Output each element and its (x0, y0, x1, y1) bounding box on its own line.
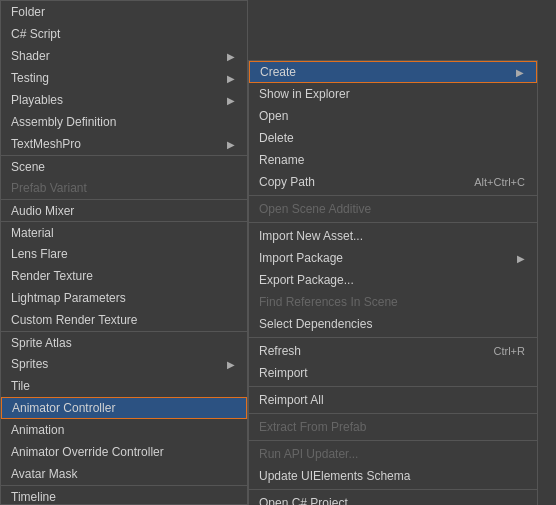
left-menu-item-lens-flare[interactable]: Lens Flare (1, 243, 247, 265)
menu-item-label: Custom Render Texture (11, 313, 138, 327)
left-menu-item-audio-mixer[interactable]: Audio Mixer (1, 199, 247, 221)
right-menu-item-run-api-updater: Run API Updater... (249, 443, 537, 465)
menu-item-label: Tile (11, 379, 30, 393)
right-menu-item-delete[interactable]: Delete (249, 127, 537, 149)
right-menu-item-import-new-asset[interactable]: Import New Asset... (249, 225, 537, 247)
left-menu-item-csharp-script[interactable]: C# Script (1, 23, 247, 45)
menu-item-label: Import Package (259, 251, 343, 265)
right-menu-item-rename[interactable]: Rename (249, 149, 537, 171)
left-menu-item-sprites[interactable]: Sprites▶ (1, 353, 247, 375)
left-menu-item-sprite-atlas[interactable]: Sprite Atlas (1, 331, 247, 353)
menu-item-label: Run API Updater... (259, 447, 358, 461)
left-menu-item-tile[interactable]: Tile (1, 375, 247, 397)
left-menu-item-material[interactable]: Material (1, 221, 247, 243)
right-menu-item-copy-path[interactable]: Copy PathAlt+Ctrl+C (249, 171, 537, 193)
submenu-arrow-icon: ▶ (227, 73, 235, 84)
menu-item-label: Timeline (11, 490, 56, 504)
left-menu-item-testing[interactable]: Testing▶ (1, 67, 247, 89)
menu-item-label: TextMeshPro (11, 137, 81, 151)
right-menu-item-create[interactable]: Create▶ (249, 61, 537, 83)
left-menu-item-render-texture[interactable]: Render Texture (1, 265, 247, 287)
menu-item-label: Update UIElements Schema (259, 469, 410, 483)
right-menu-item-update-uielements[interactable]: Update UIElements Schema (249, 465, 537, 487)
menu-item-label: Reimport (259, 366, 308, 380)
menu-item-label: Sprites (11, 357, 48, 371)
right-menu-item-reimport[interactable]: Reimport (249, 362, 537, 384)
menu-item-label: Playables (11, 93, 63, 107)
left-menu-item-animator-controller[interactable]: Animator Controller (1, 397, 247, 419)
left-menu-item-playables[interactable]: Playables▶ (1, 89, 247, 111)
left-menu-item-scene[interactable]: Scene (1, 155, 247, 177)
menu-item-label: Animator Controller (12, 401, 115, 415)
right-menu-item-open-csharp-project[interactable]: Open C# Project (249, 492, 537, 505)
menu-item-label: Avatar Mask (11, 467, 77, 481)
menu-item-label: Render Texture (11, 269, 93, 283)
right-menu-item-extract-from-prefab: Extract From Prefab (249, 416, 537, 438)
left-menu-item-textmeshpro[interactable]: TextMeshPro▶ (1, 133, 247, 155)
menu-item-label: Testing (11, 71, 49, 85)
left-menu-item-folder[interactable]: Folder (1, 1, 247, 23)
left-menu-item-animation[interactable]: Animation (1, 419, 247, 441)
right-menu-item-import-package[interactable]: Import Package▶ (249, 247, 537, 269)
menu-item-label: Export Package... (259, 273, 354, 287)
left-menu-item-prefab-variant: Prefab Variant (1, 177, 247, 199)
menu-item-label: Create (260, 65, 296, 79)
menu-separator (249, 337, 537, 338)
menu-item-label: Shader (11, 49, 50, 63)
menu-item-label: Animator Override Controller (11, 445, 164, 459)
menu-item-label: Copy Path (259, 175, 315, 189)
menu-item-label: Prefab Variant (11, 181, 87, 195)
right-menu-item-find-references: Find References In Scene (249, 291, 537, 313)
left-menu-item-timeline[interactable]: Timeline (1, 485, 247, 505)
menu-separator (249, 195, 537, 196)
right-menu-item-export-package[interactable]: Export Package... (249, 269, 537, 291)
menu-item-label: Open (259, 109, 288, 123)
menu-item-label: Folder (11, 5, 45, 19)
left-menu-item-assembly-definition[interactable]: Assembly Definition (1, 111, 247, 133)
right-menu-item-open[interactable]: Open (249, 105, 537, 127)
menu-item-label: Refresh (259, 344, 301, 358)
left-menu-item-avatar-mask[interactable]: Avatar Mask (1, 463, 247, 485)
right-menu-item-refresh[interactable]: RefreshCtrl+R (249, 340, 537, 362)
menu-item-label: Reimport All (259, 393, 324, 407)
left-menu-item-shader[interactable]: Shader▶ (1, 45, 247, 67)
right-menu-item-show-in-explorer[interactable]: Show in Explorer (249, 83, 537, 105)
submenu-arrow-icon: ▶ (517, 253, 525, 264)
left-context-menu: FolderC# ScriptShader▶Testing▶Playables▶… (0, 0, 248, 505)
menu-item-label: Show in Explorer (259, 87, 350, 101)
menu-item-label: Audio Mixer (11, 204, 74, 218)
menu-item-label: Extract From Prefab (259, 420, 366, 434)
menu-item-label: Animation (11, 423, 64, 437)
left-menu-item-custom-render-texture[interactable]: Custom Render Texture (1, 309, 247, 331)
menu-separator (249, 413, 537, 414)
submenu-arrow-icon: ▶ (227, 359, 235, 370)
right-menu-item-select-dependencies[interactable]: Select Dependencies (249, 313, 537, 335)
menu-separator (249, 386, 537, 387)
menu-item-shortcut: Ctrl+R (494, 345, 525, 357)
menu-item-label: Import New Asset... (259, 229, 363, 243)
menu-item-label: Find References In Scene (259, 295, 398, 309)
right-menu-item-reimport-all[interactable]: Reimport All (249, 389, 537, 411)
left-menu-item-lightmap-parameters[interactable]: Lightmap Parameters (1, 287, 247, 309)
left-menu-item-animator-override[interactable]: Animator Override Controller (1, 441, 247, 463)
menu-item-label: C# Script (11, 27, 60, 41)
right-menu-item-open-scene-additive: Open Scene Additive (249, 198, 537, 220)
menu-separator (249, 489, 537, 490)
menu-item-label: Material (11, 226, 54, 240)
menu-item-shortcut: Alt+Ctrl+C (474, 176, 525, 188)
submenu-arrow-icon: ▶ (227, 95, 235, 106)
menu-item-label: Lightmap Parameters (11, 291, 126, 305)
menu-item-label: Sprite Atlas (11, 336, 72, 350)
submenu-arrow-icon: ▶ (516, 67, 524, 78)
menu-item-label: Select Dependencies (259, 317, 372, 331)
submenu-arrow-icon: ▶ (227, 139, 235, 150)
menu-item-label: Open C# Project (259, 496, 348, 505)
submenu-arrow-icon: ▶ (227, 51, 235, 62)
menu-item-label: Delete (259, 131, 294, 145)
menu-item-label: Assembly Definition (11, 115, 116, 129)
menu-item-label: Scene (11, 160, 45, 174)
menu-separator (249, 222, 537, 223)
menu-item-label: Rename (259, 153, 304, 167)
menu-item-label: Lens Flare (11, 247, 68, 261)
menu-item-label: Open Scene Additive (259, 202, 371, 216)
